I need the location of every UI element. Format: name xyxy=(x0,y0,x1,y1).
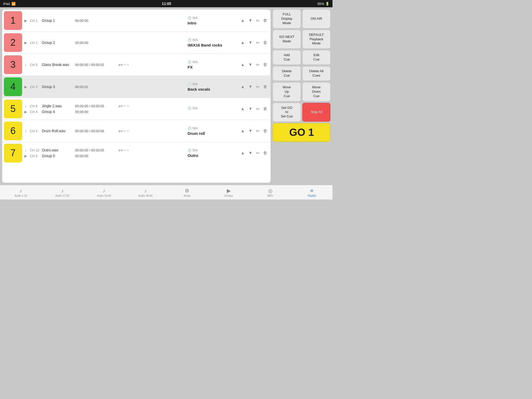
delete-row-button[interactable]: 🗑 xyxy=(262,17,268,24)
move-up-row-button[interactable]: ▲ xyxy=(240,61,246,68)
channel-name: Group 3 xyxy=(42,85,73,89)
move-up-row-button[interactable]: ▲ xyxy=(240,105,246,112)
edit-cue-button[interactable]: Edit Cue xyxy=(302,50,330,65)
move-down-row-button[interactable]: ▼ xyxy=(247,83,254,90)
ipad-label: iPad xyxy=(3,2,10,6)
clock-icon: 🕐 xyxy=(188,149,191,152)
tab-item-midi[interactable]: ◎MIDI xyxy=(249,185,291,200)
stop-all-button[interactable]: Stop All xyxy=(302,103,330,122)
edit-row-button[interactable]: ✏ xyxy=(255,39,261,46)
cue-number: 1 xyxy=(4,11,22,30)
tab-item-groups[interactable]: ▶Groups xyxy=(208,185,249,200)
move-up-row-button[interactable]: ▲ xyxy=(240,150,246,156)
move-up-cue-button[interactable]: Move Up Cue xyxy=(273,82,301,101)
table-row[interactable]: 7♪CH 12Outro.wav00:00:00 / 00:00:05▶■ ↩ … xyxy=(2,142,270,164)
move-down-row-button[interactable]: ▼ xyxy=(247,61,254,68)
time-display: 11:05 xyxy=(162,2,171,6)
edit-row-button[interactable]: ✏ xyxy=(255,150,261,157)
cue-action-buttons: ▲▼✏🗑 xyxy=(237,98,270,120)
default-playback-mode-button[interactable]: DEFAULT Playback Mode xyxy=(302,30,330,49)
move-down-row-button[interactable]: ▼ xyxy=(247,128,254,134)
move-up-row-button[interactable]: ▲ xyxy=(240,83,246,90)
delete-cue-button[interactable]: Delete Cue xyxy=(273,66,301,81)
right-panel: FULL Display Mode ON AIR GO NEXT Mode DE… xyxy=(273,7,332,185)
table-row[interactable]: 2▶CH 2Group 200:00:00🕐 N/AiMiX16 Band ro… xyxy=(2,32,270,54)
go-button[interactable]: GO 1 xyxy=(273,123,330,142)
cue-label: Outro xyxy=(188,153,235,158)
transport-controls: ▶■ ↩ ↪ xyxy=(119,104,129,108)
cue-info: 🕐 N/AiMiX16 Band rocks xyxy=(185,32,237,54)
move-down-cue-button[interactable]: Move Down Cue xyxy=(302,82,330,101)
move-up-row-button[interactable]: ▲ xyxy=(240,39,246,46)
audio-icon: ♪ xyxy=(24,104,28,108)
cue-info: 🕐 N/ADrum roll xyxy=(185,120,237,142)
tab-icon: ♪ xyxy=(61,188,64,194)
channel-time: 00:00:00 xyxy=(75,41,117,45)
delete-row-button[interactable]: 🗑 xyxy=(262,61,268,68)
add-cue-button[interactable]: Add Cue xyxy=(273,50,301,65)
tab-icon: ◎ xyxy=(268,188,272,194)
cue-action-buttons: ▲▼✏🗑 xyxy=(237,142,270,164)
cue-number: 6 xyxy=(4,122,22,140)
cue-action-buttons: ▲▼✏🗑 xyxy=(237,76,270,98)
video-icon: ▶ xyxy=(24,154,28,158)
set-go-to-sel-cue-button[interactable]: Set GO to Sel Cue xyxy=(273,103,301,122)
tab-item-audio-17-32[interactable]: ♪Audio 17-32 xyxy=(42,185,83,200)
tab-item-audio-49-64[interactable]: ♪Audio 49-64 xyxy=(125,185,166,200)
delete-row-button[interactable]: 🗑 xyxy=(262,128,268,134)
tab-label: Audio 49-64 xyxy=(138,194,152,197)
full-display-mode-button[interactable]: FULL Display Mode xyxy=(273,9,301,28)
on-air-button[interactable]: ON AIR xyxy=(302,9,330,28)
tab-item-audio-1-16[interactable]: ♪Audio 1-16 xyxy=(0,185,42,200)
cue-channels: ♪CH 5Glass Break.wav00:00:00 / 00:00:02▶… xyxy=(24,54,185,76)
cue-number: 5 xyxy=(4,99,22,118)
channel-name: Jingle 2.wav xyxy=(42,104,73,108)
tab-item-playlist[interactable]: ≡Playlist xyxy=(291,185,332,200)
tab-icon: ⚙ xyxy=(185,188,189,194)
move-down-row-button[interactable]: ▼ xyxy=(247,17,254,24)
tab-item-setup[interactable]: ⚙Setup xyxy=(166,185,208,200)
channel-name: Outro.wav xyxy=(42,148,73,152)
na-label: N/A xyxy=(192,107,198,110)
delete-row-button[interactable]: 🗑 xyxy=(262,150,268,156)
cue-number: 2 xyxy=(4,33,22,52)
edit-row-button[interactable]: ✏ xyxy=(255,83,261,90)
na-label: N/A xyxy=(192,127,198,130)
tab-label: Audio 1-16 xyxy=(15,194,27,197)
channel-id: CH 5 xyxy=(30,63,40,67)
tab-label: Setup xyxy=(184,194,190,197)
table-row[interactable]: 3♪CH 5Glass Break.wav00:00:00 / 00:00:02… xyxy=(2,54,270,76)
move-up-row-button[interactable]: ▲ xyxy=(240,128,246,134)
tab-icon: ♪ xyxy=(144,188,147,194)
channel-name: Group 2 xyxy=(42,41,73,45)
table-row[interactable]: 6♪CH 4Drum Roll.wav00:00:00 / 00:00:08▶■… xyxy=(2,120,270,142)
edit-row-button[interactable]: ✏ xyxy=(255,61,261,68)
move-down-row-button[interactable]: ▼ xyxy=(247,150,254,156)
video-icon: ▶ xyxy=(24,110,28,114)
channel-time: 00:00:00 / 00:00:02 xyxy=(75,63,117,67)
delete-row-button[interactable]: 🗑 xyxy=(262,83,268,90)
go-next-mode-button[interactable]: GO NEXT Mode xyxy=(273,30,301,49)
na-label: N/A xyxy=(192,149,198,152)
move-down-row-button[interactable]: ▼ xyxy=(247,105,254,112)
cue-label: Drum roll xyxy=(188,131,235,136)
tab-item-audio-33-48[interactable]: ♪Audio 33-48 xyxy=(83,185,125,200)
video-icon: ▶ xyxy=(24,19,28,23)
edit-row-button[interactable]: ✏ xyxy=(255,105,261,112)
delete-row-button[interactable]: 🗑 xyxy=(262,105,268,112)
move-up-row-button[interactable]: ▲ xyxy=(240,17,246,24)
tab-label: Playlist xyxy=(308,194,316,197)
edit-row-button[interactable]: ✏ xyxy=(255,128,261,135)
edit-row-button[interactable]: ✏ xyxy=(255,17,261,24)
delete-all-cues-button[interactable]: Delete All Cues xyxy=(302,66,330,81)
channel-time: 00:00:00 / 00:00:05 xyxy=(75,148,117,152)
move-down-row-button[interactable]: ▼ xyxy=(247,39,254,46)
table-row[interactable]: 5♪CH 8Jingle 2.wav00:00:00 / 00:00:05▶■ … xyxy=(2,98,270,120)
cue-info: 🕐 N/AOutro xyxy=(185,142,237,164)
table-row[interactable]: 1▶CH 1Group 100:00:00🕐 N/AIntro▲▼✏🗑 xyxy=(2,10,270,32)
tab-icon: ≡ xyxy=(310,188,313,194)
delete-row-button[interactable]: 🗑 xyxy=(262,39,268,46)
channel-time: 00:00:00 xyxy=(75,110,117,114)
table-row[interactable]: 4▶CH 3Group 300:00:01🕐 N/ABack vocals▲▼✏… xyxy=(2,76,270,98)
cue-label: Back vocals xyxy=(188,87,235,91)
